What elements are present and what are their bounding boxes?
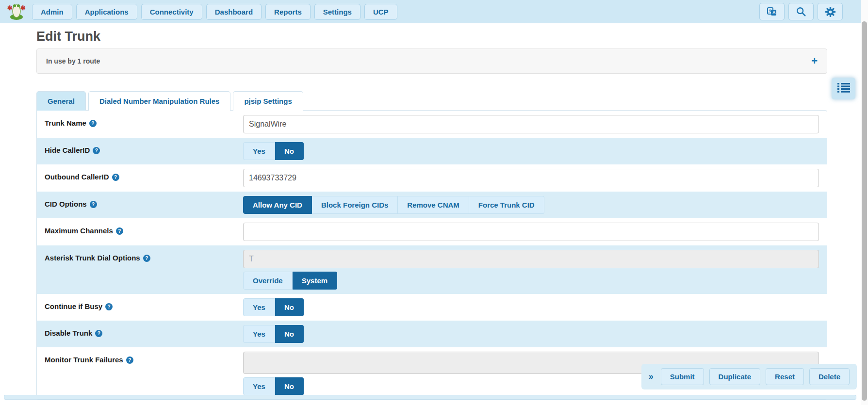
toggle-group-continue-if-busy: YesNo [243, 298, 304, 316]
field-label-maximum-channels: Maximum Channels? [37, 218, 243, 240]
field-control-disable-trunk: YesNo [243, 321, 827, 347]
option-cid-options-allow-any-cid[interactable]: Allow Any CID [243, 196, 312, 214]
option-hide-callerid-yes[interactable]: Yes [243, 142, 275, 160]
top-navbar: ✱ ✱ AdminApplicationsConnectivityDashboa… [0, 0, 868, 23]
input-outbound-callerid[interactable] [243, 169, 819, 187]
field-label-cid-options: CID Options? [37, 192, 243, 213]
field-label-text: Monitor Trunk Failures [45, 356, 123, 364]
trunk-list-toggle-button[interactable] [832, 78, 855, 99]
form-row-cid-options: CID Options?Allow Any CIDBlock Foreign C… [37, 192, 827, 218]
expand-plus-icon[interactable]: + [811, 56, 818, 66]
help-icon[interactable]: ? [93, 147, 100, 154]
field-label-asterisk-trunk-dial-options: Asterisk Trunk Dial Options? [37, 245, 243, 267]
form-row-maximum-channels: Maximum Channels? [37, 218, 827, 245]
option-cid-options-remove-cnam[interactable]: Remove CNAM [398, 196, 469, 214]
option-cid-options-block-foreign-cids[interactable]: Block Foreign CIDs [312, 196, 398, 214]
field-label-text: Maximum Channels [45, 227, 113, 235]
collapse-chevron-icon[interactable]: » [649, 372, 654, 382]
svg-text:文: 文 [768, 9, 772, 13]
field-control-continue-if-busy: YesNo [243, 294, 827, 321]
field-control-cid-options: Allow Any CIDBlock Foreign CIDsRemove CN… [243, 192, 827, 218]
footer-strip [4, 395, 856, 400]
page-content: Edit Trunk In use by 1 route + GeneralDi… [36, 28, 827, 400]
help-icon[interactable]: ? [105, 303, 113, 310]
option-continue-if-busy-no[interactable]: No [275, 298, 304, 316]
help-icon[interactable]: ? [89, 120, 97, 127]
freepbx-frog-logo-icon[interactable]: ✱ ✱ [7, 2, 26, 21]
option-monitor-trunk-failures-no[interactable]: No [275, 377, 304, 395]
form-row-outbound-callerid: Outbound CallerID? [37, 164, 827, 192]
nav-item-ucp[interactable]: UCP [364, 4, 397, 20]
help-icon[interactable]: ? [126, 356, 133, 364]
svg-text:A: A [772, 10, 776, 15]
toggle-group-cid-options: Allow Any CIDBlock Foreign CIDsRemove CN… [243, 196, 544, 214]
form-row-continue-if-busy: Continue if Busy?YesNo [37, 294, 827, 321]
duplicate-button[interactable]: Duplicate [709, 368, 761, 385]
nav-item-admin[interactable]: Admin [32, 4, 72, 20]
tab-general[interactable]: General [36, 91, 86, 111]
language-icon[interactable]: A 文 [759, 3, 785, 20]
field-label-monitor-trunk-failures: Monitor Trunk Failures? [37, 347, 243, 369]
submit-button[interactable]: Submit [661, 368, 704, 385]
toggle-group-disable-trunk: YesNo [243, 325, 304, 343]
form-row-disable-trunk: Disable Trunk?YesNo [37, 321, 827, 347]
nav-item-settings[interactable]: Settings [314, 4, 360, 20]
option-disable-trunk-yes[interactable]: Yes [243, 325, 275, 343]
field-control-outbound-callerid [243, 164, 827, 192]
usage-text: In use by 1 route [46, 57, 100, 65]
navbar-right-icons: A 文 [755, 3, 843, 20]
usage-panel[interactable]: In use by 1 route + [36, 49, 827, 74]
field-control-asterisk-trunk-dial-options: OverrideSystem [243, 245, 827, 294]
help-icon[interactable]: ? [112, 174, 119, 181]
field-control-maximum-channels [243, 218, 827, 245]
nav-item-connectivity[interactable]: Connectivity [141, 4, 202, 20]
option-cid-options-force-trunk-cid[interactable]: Force Trunk CID [469, 196, 544, 214]
tab-pjsip-settings[interactable]: pjsip Settings [233, 91, 303, 111]
help-icon[interactable]: ? [95, 330, 102, 337]
scrollbar-thumb[interactable] [862, 21, 867, 401]
toggle-group-hide-callerid: YesNo [243, 142, 304, 160]
tab-dialed-number-manipulation-rules[interactable]: Dialed Number Manipulation Rules [88, 91, 231, 111]
option-continue-if-busy-yes[interactable]: Yes [243, 298, 275, 316]
option-asterisk-trunk-dial-options-system[interactable]: System [293, 272, 337, 290]
nav-item-reports[interactable]: Reports [265, 4, 311, 20]
help-icon[interactable]: ? [90, 201, 97, 208]
main-menu: AdminApplicationsConnectivityDashboardRe… [30, 4, 399, 20]
search-icon[interactable] [788, 3, 814, 20]
option-disable-trunk-no[interactable]: No [275, 325, 304, 343]
freepbx-edit-trunk-screen: ✱ ✱ AdminApplicationsConnectivityDashboa… [0, 0, 868, 405]
field-label-trunk-name: Trunk Name? [37, 111, 243, 132]
page-title: Edit Trunk [36, 28, 827, 45]
svg-text:✱: ✱ [7, 4, 13, 12]
field-control-trunk-name [243, 111, 827, 138]
trunk-tabs: GeneralDialed Number Manipulation Rulesp… [36, 91, 827, 111]
option-hide-callerid-no[interactable]: No [275, 142, 304, 160]
field-label-text: Outbound CallerID [45, 173, 109, 181]
nav-item-applications[interactable]: Applications [76, 4, 137, 20]
form-row-asterisk-trunk-dial-options: Asterisk Trunk Dial Options?OverrideSyst… [37, 245, 827, 294]
reset-button[interactable]: Reset [766, 368, 804, 385]
input-maximum-channels[interactable] [243, 223, 819, 241]
action-bar: » SubmitDuplicateResetDelete [641, 364, 857, 389]
field-label-disable-trunk: Disable Trunk? [37, 321, 243, 342]
input-trunk-name[interactable] [243, 115, 819, 133]
field-label-text: Disable Trunk [45, 329, 92, 337]
input-asterisk-trunk-dial-options [243, 250, 819, 268]
help-icon[interactable]: ? [143, 255, 150, 262]
gear-icon[interactable] [818, 3, 843, 20]
delete-button[interactable]: Delete [809, 368, 850, 385]
nav-item-dashboard[interactable]: Dashboard [206, 4, 262, 20]
list-icon [837, 82, 850, 95]
svg-text:✱: ✱ [20, 4, 26, 12]
field-label-outbound-callerid: Outbound CallerID? [37, 164, 243, 186]
vertical-scrollbar[interactable] [861, 0, 868, 405]
help-icon[interactable]: ? [116, 227, 123, 235]
trunk-form: Trunk Name?Hide CallerID?YesNoOutbound C… [36, 110, 827, 400]
option-asterisk-trunk-dial-options-override[interactable]: Override [243, 272, 293, 290]
field-control-hide-callerid: YesNo [243, 138, 827, 164]
field-label-text: Trunk Name [45, 119, 86, 127]
field-label-text: CID Options [45, 200, 87, 208]
form-row-trunk-name: Trunk Name? [37, 111, 827, 138]
field-label-hide-callerid: Hide CallerID? [37, 138, 243, 159]
option-monitor-trunk-failures-yes[interactable]: Yes [243, 377, 275, 395]
